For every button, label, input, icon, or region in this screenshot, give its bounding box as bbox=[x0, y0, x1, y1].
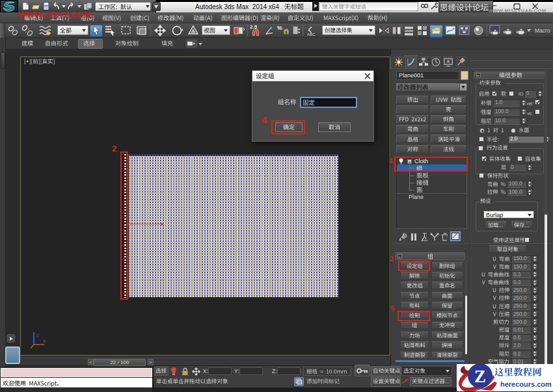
svg-text:z: z bbox=[36, 332, 39, 338]
svg-text:ABC: ABC bbox=[307, 33, 316, 36]
svg-text:x: x bbox=[43, 338, 46, 344]
svg-text:Z: Z bbox=[474, 367, 486, 386]
